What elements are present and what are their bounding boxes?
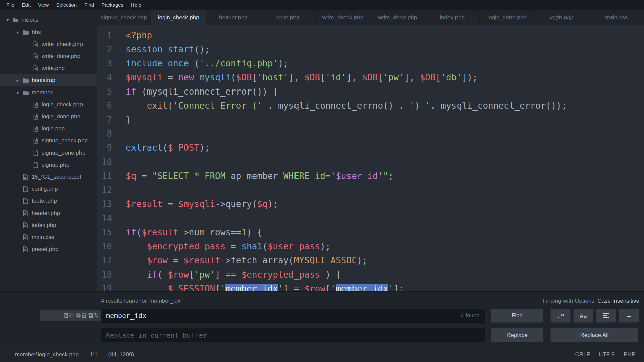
chevron-down-icon[interactable]: ▾ (14, 90, 21, 95)
code-line[interactable]: 4$mysqli = new mysqli($DB['host'], $DB['… (97, 70, 644, 84)
sidebar-item-label: signup_check.php (42, 137, 88, 144)
line-number[interactable]: 9 (97, 141, 112, 155)
tab-signup-check-php[interactable]: signup_check.php (97, 10, 151, 25)
code-line[interactable]: 15if($result->num_rows==1) { (97, 225, 644, 239)
sidebar-item-signup-php[interactable]: signup.php (0, 159, 97, 171)
code-line[interactable]: 11$q = "SELECT * FROM ap_member WHERE id… (97, 169, 644, 183)
line-number[interactable]: 3 (97, 56, 112, 70)
sidebar-item-header-php[interactable]: header.php (0, 207, 97, 219)
line-number[interactable]: 18 (97, 267, 112, 282)
line-number[interactable]: 6 (97, 99, 112, 113)
code-line[interactable]: 17 $row = $result->fetch_array(MYSQLI_AS… (97, 253, 644, 267)
sidebar-item-signup-done-php[interactable]: signup_done.php (0, 147, 97, 159)
replace-input[interactable] (101, 328, 485, 342)
code-line[interactable]: 12 (97, 183, 644, 197)
code-token: 'pw' (383, 72, 404, 82)
code-line[interactable]: 6 exit('Connect Error (' . mysqli_connec… (97, 99, 644, 113)
line-number[interactable]: 5 (97, 84, 112, 99)
sidebar-item-label: bootstrap (32, 77, 55, 84)
selection-option-button[interactable] (596, 309, 616, 323)
menu-item-selection[interactable]: Selection (52, 0, 80, 10)
whole-word-option-button[interactable] (619, 309, 639, 323)
code-line[interactable]: 10 (97, 155, 644, 169)
code-line[interactable]: 1<?php (97, 28, 644, 42)
menu-item-find[interactable]: Find (80, 0, 98, 10)
line-number[interactable]: 15 (97, 225, 112, 239)
sidebar-item-config-php[interactable]: config.php (0, 183, 97, 195)
sidebar-item-main-css[interactable]: main.css (0, 231, 97, 243)
line-number[interactable]: 7 (97, 113, 112, 127)
encoding-indicator[interactable]: UTF-8 (599, 351, 615, 358)
menu-item-view[interactable]: View (34, 0, 52, 10)
code-line[interactable]: 5if (mysqli_connect_error()) { (97, 84, 644, 99)
code-line[interactable]: 13$result = $mysqli->query($q); (97, 197, 644, 211)
sidebar-item-login-done-php[interactable]: login_done.php (0, 111, 97, 123)
line-number[interactable]: 19 (97, 282, 112, 291)
code-line[interactable]: 2session_start(); (97, 42, 644, 56)
sidebar-item-htdocs[interactable]: ▾htdocs (0, 14, 97, 26)
code-token: 1 (241, 227, 247, 237)
tab-write-done-php[interactable]: write_done.php (370, 10, 425, 25)
line-number[interactable]: 8 (97, 127, 112, 141)
code-line[interactable]: 19 $_SESSION['member_idx'] = $row['membe… (97, 282, 644, 291)
tab-main-css[interactable]: main.css (589, 10, 644, 25)
sidebar-item-15-ig1-second-pdf[interactable]: 15_IG1_second.pdf (0, 171, 97, 183)
menu-item-help[interactable]: Help (127, 0, 145, 10)
sidebar-item-preset-php[interactable]: preset.php (0, 243, 97, 255)
sidebar-item-bbs[interactable]: ▾bbs (0, 26, 97, 38)
find-input[interactable] (101, 309, 485, 323)
tab-login-php[interactable]: login.php (535, 10, 589, 25)
tab-login-check-php[interactable]: login_check.php (151, 10, 206, 25)
code-line[interactable]: 8 (97, 127, 644, 141)
line-number[interactable]: 11 (97, 169, 112, 183)
sidebar-item-bootstrap[interactable]: ▸bootstrap (0, 74, 97, 86)
line-number[interactable]: 2 (97, 42, 112, 56)
tab-label: write.php (276, 14, 300, 21)
editor[interactable]: 1<?php2session_start();3include_once ('.… (97, 25, 644, 291)
sidebar-item-write-php[interactable]: write.php (0, 62, 97, 74)
sidebar-item-member[interactable]: ▾member (0, 86, 97, 99)
line-number[interactable]: 16 (97, 239, 112, 253)
line-number[interactable]: 13 (97, 197, 112, 211)
line-number[interactable]: 4 (97, 70, 112, 84)
tab-label: login_check.php (158, 14, 199, 21)
sidebar-item-index-php[interactable]: index.php (0, 219, 97, 231)
regex-option-button[interactable]: .* (550, 309, 571, 323)
tab-login-done-php[interactable]: login_done.php (480, 10, 534, 25)
menu-item-packages[interactable]: Packages (98, 0, 127, 10)
line-ending-indicator[interactable]: CRLF (575, 351, 590, 358)
code-line[interactable]: 9extract($_POST); (97, 141, 644, 155)
tab-header-php[interactable]: header.php (206, 10, 261, 25)
sidebar-item-write-check-php[interactable]: write_check.php (0, 38, 97, 50)
line-number[interactable]: 14 (97, 211, 112, 225)
tab-index-php[interactable]: index.php (425, 10, 480, 25)
tab-write-check-php[interactable]: write_check.php (316, 10, 370, 25)
code-line[interactable]: 18 if( $row['pw'] == $encrypted_pass ) { (97, 267, 644, 282)
code-token: MYSQLI_ASSOC (294, 255, 357, 265)
menu-item-file[interactable]: File (3, 0, 18, 10)
grammar-indicator[interactable]: PHP (624, 351, 635, 358)
line-number[interactable]: 12 (97, 183, 112, 197)
replace-button[interactable]: Replace (491, 328, 543, 342)
chevron-right-icon[interactable]: ▸ (14, 78, 21, 83)
tab-write-php[interactable]: write.php (261, 10, 316, 25)
code-line[interactable]: 7} (97, 113, 644, 127)
sidebar-item-login-php[interactable]: login.php (0, 123, 97, 135)
sidebar-item-footer-php[interactable]: footer.php (0, 195, 97, 207)
menu-item-edit[interactable]: Edit (18, 0, 34, 10)
code-line[interactable]: 16 $encrypted_pass = sha1($user_pass); (97, 239, 644, 253)
find-button[interactable]: Find (491, 309, 543, 323)
sidebar-item-write-done-php[interactable]: write_done.php (0, 50, 97, 62)
case-option-button[interactable]: Aa (573, 309, 593, 323)
line-number[interactable]: 10 (97, 155, 112, 169)
line-number[interactable]: 17 (97, 253, 112, 267)
code-line[interactable]: 3include_once ('../config.php'); (97, 56, 644, 70)
sidebar-item-login-check-php[interactable]: login_check.php (0, 99, 97, 111)
replace-all-button[interactable]: Replace All (550, 328, 638, 342)
sidebar-item-signup-check-php[interactable]: signup_check.php (0, 135, 97, 147)
line-number[interactable]: 1 (97, 28, 112, 42)
code-line[interactable]: 14 (97, 211, 644, 225)
chevron-down-icon[interactable]: ▾ (4, 17, 11, 23)
chevron-down-icon[interactable]: ▾ (14, 29, 21, 35)
cursor-position[interactable]: 1:1 (90, 351, 98, 358)
